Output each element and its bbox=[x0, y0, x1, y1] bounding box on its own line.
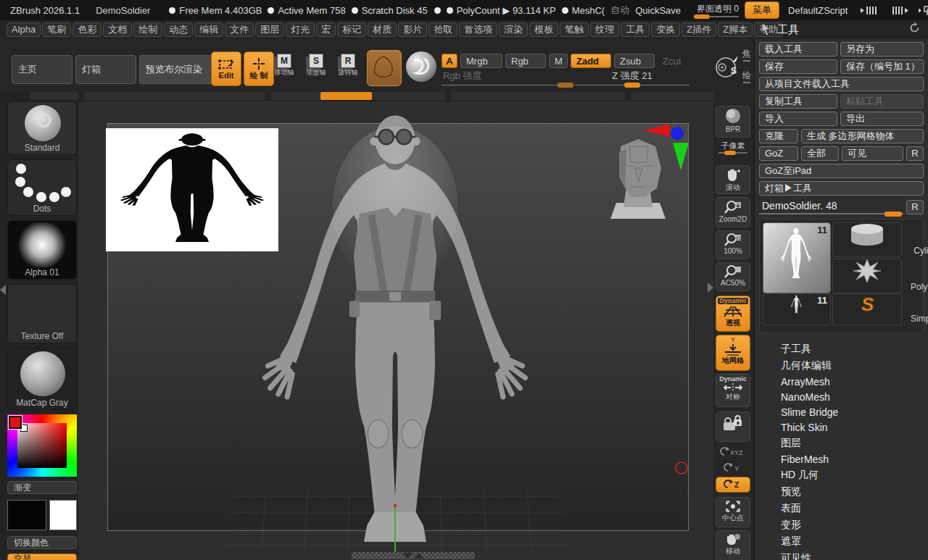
divider-segment[interactable] bbox=[631, 92, 713, 100]
menu-file[interactable]: 文件 bbox=[225, 22, 254, 37]
section-nanomesh[interactable]: NanoMesh bbox=[755, 389, 928, 404]
auto-label[interactable]: 自动 bbox=[610, 4, 629, 17]
section-thick-skin[interactable]: Thick Skin bbox=[755, 419, 928, 435]
zoom2d-button[interactable]: Zoom2D bbox=[716, 197, 750, 227]
section-layers[interactable]: 图层 bbox=[755, 435, 928, 451]
section-arraymesh[interactable]: ArrayMesh bbox=[755, 374, 928, 389]
tool-slot-polymesh3d[interactable]: PolyMesh3D bbox=[832, 259, 902, 293]
mrgb-button[interactable]: Mrgb bbox=[460, 54, 502, 68]
menu-layer[interactable]: 图层 bbox=[255, 22, 284, 37]
menu-light[interactable]: 灯光 bbox=[286, 22, 315, 37]
goz-visible-button[interactable]: 可见 bbox=[842, 146, 903, 161]
section-preview[interactable]: 预览 bbox=[755, 483, 928, 500]
menu-stencil[interactable]: 模板 bbox=[529, 22, 558, 37]
zadd-button[interactable]: Zadd bbox=[571, 54, 611, 68]
section-surface[interactable]: 表面 bbox=[755, 500, 928, 517]
perspective-button[interactable]: Dynamic 透视 bbox=[716, 296, 750, 332]
z-intensity-handle[interactable] bbox=[624, 83, 640, 88]
menu-movie[interactable]: 影片 bbox=[398, 22, 427, 37]
zscript-scrub-right-icon[interactable] bbox=[890, 6, 908, 15]
canvas-viewport[interactable] bbox=[78, 101, 713, 560]
right-tray-handle[interactable] bbox=[708, 283, 713, 293]
alternate-color-button[interactable]: 交替 bbox=[7, 553, 77, 560]
goz-all-button[interactable]: 全部 bbox=[801, 146, 839, 161]
import-button[interactable]: 导入 bbox=[759, 112, 837, 126]
current-material-sphere[interactable] bbox=[406, 51, 436, 82]
bpr-render-button[interactable]: BPR bbox=[716, 106, 750, 138]
main-color-swatch[interactable] bbox=[7, 500, 46, 530]
subpixel-handle[interactable] bbox=[724, 151, 736, 155]
rgb-intensity-handle[interactable] bbox=[558, 83, 573, 88]
active-tool-slider-handle[interactable] bbox=[884, 212, 902, 217]
lightbox-to-tool-button[interactable]: 灯箱▶工具 bbox=[759, 181, 924, 196]
menu-edit[interactable]: 编辑 bbox=[194, 22, 223, 37]
ui-transparency-handle[interactable] bbox=[694, 14, 710, 19]
focal-shift-button[interactable]: S bbox=[713, 52, 741, 81]
menu-texture[interactable]: 纹理 bbox=[590, 22, 619, 37]
menu-tool[interactable]: 工具 bbox=[621, 22, 650, 37]
menu-macro[interactable]: 宏 bbox=[316, 22, 336, 37]
rotate-gizmo-button[interactable]: R 旋转轴 bbox=[334, 54, 362, 78]
menu-button[interactable]: 菜单 bbox=[745, 1, 779, 19]
zcut-button[interactable]: Zcut bbox=[658, 54, 689, 68]
menu-transform[interactable]: 变换 bbox=[651, 22, 680, 37]
menu-dynamic[interactable]: 动态 bbox=[164, 22, 193, 37]
rgb-intensity-slider[interactable]: Rgb 强度 bbox=[442, 70, 571, 84]
edit-mode-button[interactable]: Edit bbox=[211, 51, 241, 86]
divider-segment[interactable] bbox=[30, 92, 78, 100]
scale-gizmo-button[interactable]: S 缩放轴 bbox=[302, 54, 331, 78]
channel-a-button[interactable]: A bbox=[442, 54, 457, 68]
menu-marker[interactable]: 标记 bbox=[337, 22, 366, 37]
load-tool-button[interactable]: 载入工具 bbox=[759, 42, 837, 57]
preview-boolean-button[interactable]: 预览布尔渲染 bbox=[139, 55, 219, 84]
section-geometry[interactable]: 几何体编辑 bbox=[755, 357, 928, 374]
section-hd-geometry[interactable]: HD 几何 bbox=[755, 467, 928, 483]
section-subtool[interactable]: 子工具 bbox=[755, 340, 928, 357]
current-brush-tile[interactable] bbox=[367, 50, 402, 86]
clone-button[interactable]: 克隆 bbox=[759, 129, 798, 143]
rgb-button[interactable]: Rgb bbox=[505, 54, 546, 68]
make-polymesh3d-button[interactable]: 生成 多边形网格物体 bbox=[801, 129, 924, 143]
divider-segment-active[interactable] bbox=[320, 92, 372, 100]
tool-slot-demosoldier2[interactable]: 11 DemoSoldier bbox=[763, 293, 831, 325]
zscript-name[interactable]: DefaultZScript bbox=[788, 5, 848, 16]
z-intensity-slider[interactable]: Z 强度 21 bbox=[575, 70, 689, 84]
draw-size-mini-slider[interactable]: 绘 bbox=[741, 71, 753, 83]
left-tray-handle[interactable] bbox=[0, 285, 6, 295]
home-button[interactable]: 主页 bbox=[12, 55, 72, 84]
menu-render[interactable]: 渲染 bbox=[499, 22, 528, 37]
section-visibility[interactable]: 可见性 bbox=[755, 550, 928, 560]
switch-color-button[interactable]: 切换颜色 bbox=[7, 536, 77, 549]
menu-zplugin[interactable]: Z插件 bbox=[682, 22, 716, 37]
active-tool-thumbnail[interactable]: 11 DemoSoldier bbox=[763, 222, 831, 293]
move-gizmo-button[interactable]: M 移动轴 bbox=[270, 54, 299, 78]
menu-zscript[interactable]: Z脚本 bbox=[718, 22, 753, 37]
active-tool-slider[interactable]: DemoSoldier. 48 R bbox=[759, 200, 924, 214]
section-slime-bridge[interactable]: Slime Bridge bbox=[755, 404, 928, 419]
symmetry-button[interactable]: Dynamic 对称 bbox=[716, 374, 750, 407]
secondary-color-swatch[interactable] bbox=[49, 500, 77, 530]
save-increment-button[interactable]: 保存（编号加 1） bbox=[840, 59, 924, 74]
section-deformation[interactable]: 变形 bbox=[755, 517, 928, 533]
move-canvas-button[interactable]: 移动 bbox=[716, 530, 750, 560]
export-button[interactable]: 导出 bbox=[840, 112, 924, 126]
rotate-xyz-button[interactable]: XYZ bbox=[716, 445, 750, 459]
zscript-scrub-left-icon[interactable] bbox=[861, 6, 879, 15]
floor-grid-button[interactable]: Y 地网格 bbox=[716, 335, 750, 371]
menu-brush[interactable]: 笔刷 bbox=[42, 22, 71, 37]
menu-color[interactable]: 色彩 bbox=[72, 22, 102, 37]
divider-segment[interactable] bbox=[84, 92, 265, 100]
canvas-scrollbar[interactable] bbox=[352, 552, 475, 559]
menu-alpha[interactable]: Alpha bbox=[7, 22, 41, 37]
menu-draw[interactable]: 绘制 bbox=[133, 22, 162, 37]
tool-r-button[interactable]: R bbox=[906, 200, 924, 214]
lightbox-button[interactable]: 灯箱 bbox=[75, 55, 136, 84]
zsub-button[interactable]: Zsub bbox=[614, 54, 655, 68]
goz-to-ipad-button[interactable]: GoZ至iPad bbox=[759, 164, 924, 178]
menu-preferences[interactable]: 首选项 bbox=[459, 22, 497, 37]
actual-size-button[interactable]: x1 100% bbox=[716, 230, 750, 259]
menu-picker[interactable]: 拾取 bbox=[428, 22, 457, 37]
frame-center-button[interactable]: 中心点 bbox=[716, 497, 750, 527]
texture-picker[interactable]: Texture Off bbox=[7, 284, 77, 343]
axis-z-dot[interactable] bbox=[671, 127, 684, 140]
